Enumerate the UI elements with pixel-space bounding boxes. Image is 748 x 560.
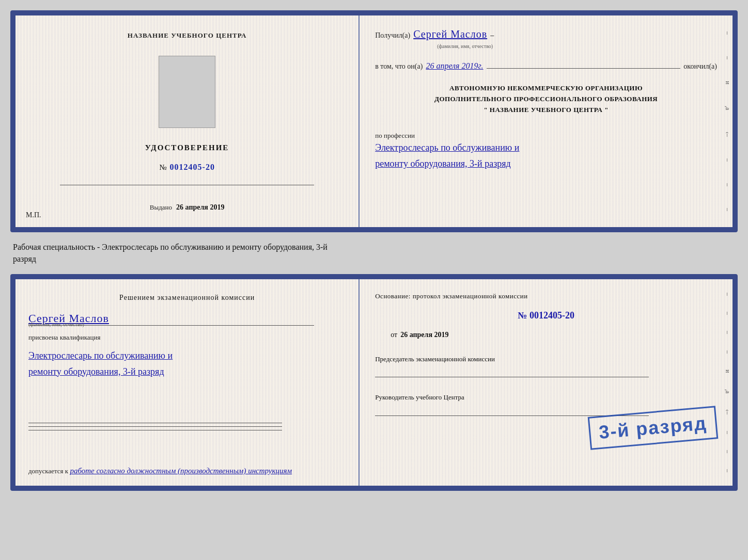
sign-lines-block — [28, 412, 346, 434]
prisvoena-text: присвоена квалификация — [28, 333, 346, 342]
recipient-name: Сергей Маслов — [413, 28, 487, 40]
profession-line1: Электрослесарь по обслуживанию и — [375, 140, 717, 156]
qualification-line1: Электрослесарь по обслуживанию и — [28, 348, 346, 364]
cert-right-panel: Получил(а) Сергей Маслов – (фамилия, имя… — [360, 15, 733, 227]
dash: – — [490, 31, 494, 40]
vtom-row: в том, что он(а) 26 апреля 2019г. окончи… — [375, 60, 717, 71]
rukovoditel-text: Руководитель учебного Центра — [375, 392, 717, 403]
osnovaniye-text: Основание: протокол экзаменационной коми… — [375, 292, 717, 300]
profession-block: по профессии Электрослесарь по обслужива… — [375, 127, 717, 171]
between-line2: разряд — [13, 253, 735, 265]
dopusk-text: работе согласно должностным (производств… — [70, 467, 292, 475]
org-block: АВТОНОМНУЮ НЕКОММЕРЧЕСКУЮ ОРГАНИЗАЦИЮ ДО… — [375, 83, 717, 115]
po-professii: по профессии — [375, 132, 717, 140]
stamp-text: 3-й разряд — [598, 412, 708, 443]
fio-sublabel-top: (фамилия, имя, отчество) — [437, 43, 717, 49]
separator — [60, 185, 314, 185]
mp-label: М.П. — [26, 211, 41, 219]
center-name-top: НАЗВАНИЕ УЧЕБНОГО ЦЕНТРА — [128, 31, 247, 40]
ot-label: от — [391, 331, 397, 339]
between-text-block: Рабочая специальность - Электрослесарь п… — [10, 242, 738, 265]
right-edge-marks-bottom: – – – – и ,а ‹– – – – — [724, 279, 731, 486]
org-line3: " НАЗВАНИЕ УЧЕБНОГО ЦЕНТРА " — [375, 105, 717, 116]
qualification-block: Электрослесарь по обслуживанию и ремонту… — [28, 348, 346, 379]
issued-date: 26 апреля 2019 — [176, 203, 224, 212]
org-line2: ДОПОЛНИТЕЛЬНОГО ПРОФЕССИОНАЛЬНОГО ОБРАЗО… — [375, 94, 717, 105]
dopuskaetsya-block: допускается к работе согласно должностны… — [28, 467, 346, 475]
predsedatel-block: Председатель экзаменационной комиссии — [375, 354, 717, 378]
predsedatel-text: Председатель экзаменационной комиссии — [375, 354, 717, 364]
received-row: Получил(а) Сергей Маслов – — [375, 28, 717, 40]
issued-label: Выдано — [150, 203, 172, 212]
bottom-certificate: Решением экзаменационной комиссии Сергей… — [10, 274, 738, 491]
dopuskaetsya-label: допускается к — [28, 467, 68, 475]
protocol-number-value: 0012405-20 — [529, 310, 574, 321]
number-label: № — [159, 163, 166, 172]
page-wrapper: НАЗВАНИЕ УЧЕБНОГО ЦЕНТРА УДОСТОВЕРЕНИЕ №… — [10, 10, 738, 491]
cert-left-panel: НАЗВАНИЕ УЧЕБНОГО ЦЕНТРА УДОСТОВЕРЕНИЕ №… — [15, 15, 360, 227]
cert-number: 0012405-20 — [170, 163, 215, 172]
ot-date-value: 26 апреля 2019 — [400, 331, 448, 339]
received-label: Получил(а) — [375, 31, 410, 40]
fio-sublabel-bottom: (фамилия, имя, отчество) — [28, 322, 346, 327]
person-name-block: Сергей Маслов (фамилия, имя, отчество) — [28, 312, 346, 327]
protocol-number: № 0012405-20 — [375, 310, 717, 321]
bottom-right-panel: Основание: протокол экзаменационной коми… — [360, 279, 733, 486]
vtom-date: 26 апреля 2019г. — [426, 61, 483, 71]
top-certificate: НАЗВАНИЕ УЧЕБНОГО ЦЕНТРА УДОСТОВЕРЕНИЕ №… — [10, 10, 738, 232]
qualification-line2: ремонту оборудования, 3-й разряд — [28, 364, 346, 380]
decision-title: Решением экзаменационной комиссии — [28, 292, 346, 303]
ot-date-row: от 26 апреля 2019 — [375, 331, 717, 339]
bottom-left-panel: Решением экзаменационной комиссии Сергей… — [15, 279, 360, 486]
okonchill-label: окончил(а) — [683, 62, 717, 71]
cert-title: УДОСТОВЕРЕНИЕ — [145, 143, 229, 152]
right-edge-marks: – – и ,а ‹– – – – — [724, 15, 731, 227]
vtom-label: в том, что он(а) — [375, 62, 423, 71]
protocol-number-label: № — [518, 310, 527, 321]
profession-line2: ремонту оборудования, 3-й разряд — [375, 156, 717, 172]
photo-placeholder — [159, 56, 215, 128]
org-line1: АВТОНОМНУЮ НЕКОММЕРЧЕСКУЮ ОРГАНИЗАЦИЮ — [375, 83, 717, 94]
between-line1: Рабочая специальность - Электрослесарь п… — [13, 242, 735, 253]
date-underline — [487, 68, 681, 69]
